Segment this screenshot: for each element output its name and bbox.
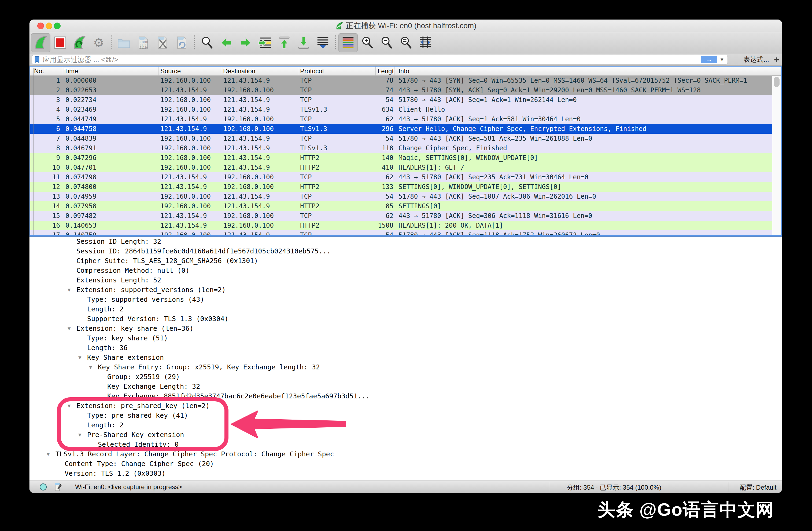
go-bottom-icon[interactable]: [294, 33, 313, 52]
packet-row[interactable]: 170.140759192.168.0.100121.43.154.9TCP54…: [30, 230, 772, 235]
detail-tree-line[interactable]: Length: 36: [29, 344, 782, 353]
detail-tree-line[interactable]: Extensions Length: 52: [29, 276, 782, 285]
detail-tree-line[interactable]: ▼Pre-Shared Key extension: [29, 431, 782, 440]
packet-cell: 192.168.0.100: [159, 95, 221, 105]
apply-filter-button[interactable]: →: [701, 56, 717, 64]
column-header-info[interactable]: Info: [394, 67, 781, 75]
packet-row[interactable]: 120.074800121.43.154.9192.168.0.100HTTP2…: [30, 182, 772, 192]
capture-options-icon[interactable]: ⚙: [89, 33, 108, 52]
expert-info-icon[interactable]: [39, 483, 47, 491]
packet-row[interactable]: 150.097482121.43.154.9192.168.0.100TCP62…: [30, 211, 772, 221]
minimize-window-button[interactable]: [46, 23, 52, 29]
resize-columns-icon[interactable]: [416, 33, 435, 52]
save-file-icon[interactable]: 010100110101110: [133, 33, 153, 52]
detail-tree-line[interactable]: Type: pre_shared_key (41): [29, 411, 782, 421]
expand-triangle-icon[interactable]: ▼: [68, 325, 71, 331]
capture-comment-icon[interactable]: [54, 483, 62, 491]
colorize-packets-icon[interactable]: [338, 33, 358, 52]
go-top-icon[interactable]: [275, 33, 294, 52]
column-header-protocol[interactable]: Protocol: [298, 67, 376, 75]
restart-capture-icon[interactable]: [70, 33, 89, 52]
filter-bookmark-icon[interactable]: [34, 56, 40, 64]
go-back-icon[interactable]: [217, 33, 236, 52]
detail-tree-line[interactable]: Length: 2: [29, 305, 782, 315]
packet-row[interactable]: 110.074798121.43.154.9192.168.0.100TCP62…: [30, 172, 772, 182]
detail-tree-line[interactable]: Type: supported_versions (43): [29, 295, 782, 305]
profile-text[interactable]: 配置: Default: [740, 483, 776, 492]
packet-list-scrollbar[interactable]: [772, 76, 781, 235]
packet-cell: 443 → 51780 [SYN, ACK] Seq=0 Ack=1 Win=2…: [394, 85, 772, 95]
reload-file-icon[interactable]: [172, 33, 191, 52]
detail-tree-line[interactable]: ▼TLSv1.3 Record Layer: Change Cipher Spe…: [29, 450, 782, 460]
detail-tree-line[interactable]: ▼Extension: pre_shared_key (len=2): [29, 402, 782, 411]
goto-packet-icon[interactable]: [255, 33, 275, 52]
detail-tree-line[interactable]: ▼Extension: supported_versions (len=2): [29, 285, 782, 295]
detail-tree-line[interactable]: Key Exchange: 8851fd2d35e3747bac6c2e0e6e…: [29, 392, 782, 402]
column-header-length[interactable]: Length: [376, 67, 394, 75]
packet-row[interactable]: 30.022734192.168.0.100121.43.154.9TCP545…: [30, 95, 772, 105]
expand-triangle-icon[interactable]: ▼: [68, 287, 71, 293]
auto-scroll-icon[interactable]: [313, 33, 333, 52]
packet-row[interactable]: 50.044749121.43.154.9192.168.0.100TCP624…: [30, 114, 772, 124]
zoom-in-icon[interactable]: [358, 33, 377, 52]
detail-tree-line[interactable]: ▼Key Share extension: [29, 353, 782, 363]
detail-tree-line[interactable]: ▼Extension: key_share (len=36): [29, 324, 782, 334]
stop-capture-icon[interactable]: [50, 33, 70, 52]
expression-button[interactable]: 表达式...: [743, 55, 769, 64]
close-window-button[interactable]: [37, 23, 44, 29]
filter-placeholder-text: 应用显示过滤器 ... <⌘/>: [43, 55, 701, 65]
detail-tree-line[interactable]: Compression Method: null (0): [29, 266, 782, 276]
scrollbar-thumb[interactable]: [774, 77, 780, 87]
packet-row[interactable]: 20.022653121.43.154.9192.168.0.100TCP744…: [30, 85, 772, 95]
detail-tree-line[interactable]: Content Type: Change Cipher Spec (20): [29, 460, 782, 469]
wireshark-start-icon[interactable]: [31, 33, 50, 52]
packet-row[interactable]: 80.046791192.168.0.100121.43.154.9TLSv1.…: [30, 143, 772, 153]
expand-triangle-icon[interactable]: ▼: [68, 403, 71, 409]
zoom-reset-icon[interactable]: [396, 33, 416, 52]
column-header-source[interactable]: Source: [159, 67, 221, 75]
detail-tree-line[interactable]: Version: TLS 1.2 (0x0303): [29, 469, 782, 479]
packet-row[interactable]: 60.044758121.43.154.9192.168.0.100TLSv1.…: [30, 124, 772, 134]
packet-row[interactable]: 90.047296192.168.0.100121.43.154.9HTTP21…: [30, 153, 772, 163]
packet-row[interactable]: 100.047701192.168.0.100121.43.154.9HTTP2…: [30, 163, 772, 172]
detail-tree-line[interactable]: Length: 2: [29, 421, 782, 431]
close-file-icon[interactable]: [153, 33, 172, 52]
column-header-no[interactable]: No.: [30, 67, 62, 75]
expand-triangle-icon[interactable]: ▼: [47, 451, 49, 457]
filter-dropdown-caret-icon[interactable]: ▼: [720, 57, 724, 62]
add-filter-button[interactable]: +: [771, 54, 782, 65]
detail-tree-line[interactable]: Key Exchange Length: 32: [29, 382, 782, 392]
expand-triangle-icon[interactable]: ▼: [89, 364, 92, 370]
packet-row[interactable]: 70.044839192.168.0.100121.43.154.9TCP545…: [30, 134, 772, 143]
packet-cell: 0.077958: [62, 201, 159, 211]
detail-tree-line[interactable]: Supported Version: TLS 1.3 (0x0304): [29, 315, 782, 324]
find-packet-icon[interactable]: [197, 33, 217, 52]
packet-cell: TCP: [298, 230, 376, 235]
packet-row[interactable]: 130.074959192.168.0.100121.43.154.9TCP54…: [30, 192, 772, 201]
packet-row[interactable]: 140.077958192.168.0.100121.43.154.9HTTP2…: [30, 201, 772, 211]
detail-tree-line[interactable]: Session ID Length: 32: [29, 237, 782, 247]
zoom-window-button[interactable]: [54, 23, 61, 29]
detail-tree-line[interactable]: Session ID: 2864b1159fce6c0d4160a614df1e…: [29, 247, 782, 257]
title-bar: 正在捕获 Wi-Fi: en0 (host halfrost.com): [29, 19, 782, 32]
zoom-out-icon[interactable]: [377, 33, 396, 52]
display-filter-input[interactable]: 应用显示过滤器 ... <⌘/> → ▼: [32, 55, 728, 65]
column-header-destination[interactable]: Destination: [221, 67, 298, 75]
detail-tree-line[interactable]: Cipher Suite: TLS_AES_128_GCM_SHA256 (0x…: [29, 257, 782, 266]
packet-rows: 10.000000192.168.0.100121.43.154.9TCP785…: [30, 76, 772, 235]
column-header-time[interactable]: Time: [62, 67, 159, 75]
open-file-icon[interactable]: [114, 33, 133, 52]
packet-row[interactable]: 40.023469192.168.0.100121.43.154.9TLSv1.…: [30, 105, 772, 114]
expand-triangle-icon[interactable]: ▼: [78, 354, 81, 360]
packet-cell: 62: [376, 114, 394, 124]
detail-tree-line[interactable]: Group: x25519 (29): [29, 373, 782, 382]
detail-tree-line[interactable]: Type: key_share (51): [29, 334, 782, 344]
packet-cell: 192.168.0.100: [221, 124, 298, 134]
detail-text: Length: 2: [87, 421, 124, 429]
expand-triangle-icon[interactable]: ▼: [78, 432, 81, 437]
packet-row[interactable]: 160.140653121.43.154.9192.168.0.100HTTP2…: [30, 221, 772, 230]
packet-row[interactable]: 10.000000192.168.0.100121.43.154.9TCP785…: [30, 76, 772, 85]
detail-tree-line[interactable]: Selected Identity: 0: [29, 440, 782, 450]
detail-tree-line[interactable]: ▼Key Share Entry: Group: x25519, Key Exc…: [29, 363, 782, 373]
go-forward-icon[interactable]: [236, 33, 255, 52]
